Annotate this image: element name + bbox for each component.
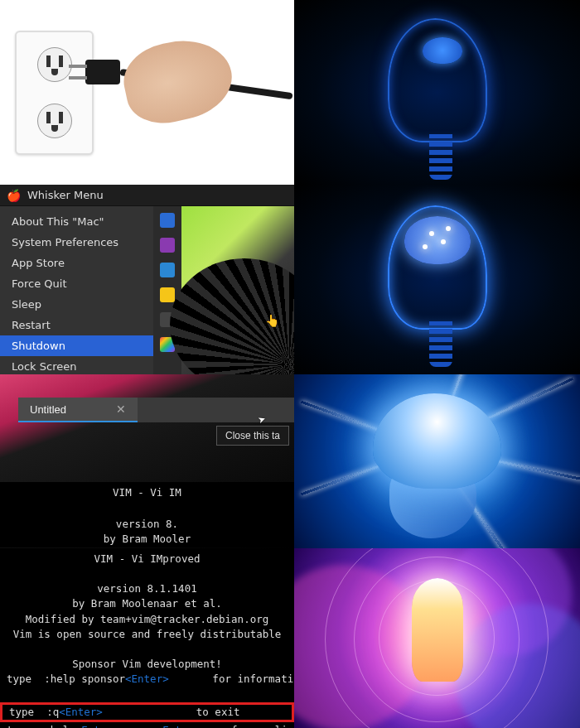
vim-sponsor: Sponsor Vim development! bbox=[0, 657, 294, 672]
dock-icon[interactable] bbox=[160, 263, 175, 277]
hand bbox=[118, 31, 239, 131]
enlightened-figure-icon bbox=[412, 578, 463, 682]
power-plug bbox=[85, 60, 120, 84]
dock-icon[interactable] bbox=[160, 287, 175, 302]
dock-icon[interactable] bbox=[160, 213, 175, 228]
panel-unplug bbox=[0, 0, 294, 185]
menu-item-shutdown[interactable]: Shutdown bbox=[0, 335, 153, 356]
menu-item-lockscreen[interactable]: Lock Screen bbox=[0, 356, 153, 374]
tab-title: Untitled bbox=[30, 403, 66, 416]
wall-outlet bbox=[15, 31, 94, 155]
menu-item-restart[interactable]: Restart bbox=[0, 315, 153, 335]
dock-icon[interactable] bbox=[160, 238, 175, 253]
menu-item-about[interactable]: About This "Mac" bbox=[0, 211, 153, 232]
vim-help-sponsor: type :help sponsor<Enter> for informatio… bbox=[0, 672, 294, 687]
brain-icon bbox=[404, 216, 471, 264]
tab-bar: Untitled ✕ bbox=[18, 398, 294, 422]
menu-list: About This "Mac" System Preferences App … bbox=[0, 206, 153, 374]
vim-modified: Modified by team+vim@tracker.debian.org bbox=[0, 612, 294, 627]
panel-whisker-menu: 🍎 Whisker Menu About This "Mac" System P… bbox=[0, 185, 294, 374]
apple-icon[interactable]: 🍎 bbox=[7, 189, 21, 202]
panel-brain-stage-4 bbox=[294, 548, 580, 728]
panel-brain-stage-3 bbox=[294, 374, 580, 548]
skull-outline bbox=[388, 18, 487, 142]
panel-brain-stage-1 bbox=[294, 0, 580, 185]
vim-author: by Bram Moolenaar et al. bbox=[0, 596, 294, 611]
glowing-brain-icon bbox=[373, 393, 501, 489]
whisker-menu-title[interactable]: Whisker Menu bbox=[27, 189, 104, 201]
vim-version: version 8.1.1401 bbox=[0, 581, 294, 596]
menu-item-sleep[interactable]: Sleep bbox=[0, 294, 153, 315]
menu-item-appstore[interactable]: App Store bbox=[0, 253, 153, 273]
panel-vim-quit: VIM - Vi IMproved version 8.1.1401 by Br… bbox=[0, 548, 294, 728]
menu-item-forcequit[interactable]: Force Quit bbox=[0, 273, 153, 294]
vim-quit-highlight: type :q<Enter> to exit bbox=[0, 702, 294, 722]
vim-help-online: type :help<Enter> or <Enter> for on-line… bbox=[0, 723, 294, 728]
vim-title: VIM - Vi IMproved bbox=[0, 552, 294, 566]
close-icon[interactable]: ✕ bbox=[116, 403, 126, 416]
tab-untitled[interactable]: Untitled ✕ bbox=[18, 398, 138, 422]
panel-vim-tab-close: Untitled ✕ ➤ Close this ta VIM - Vi IM v… bbox=[0, 374, 294, 548]
cursor-pointer-icon: 👆 bbox=[265, 314, 279, 374]
spine bbox=[429, 134, 452, 180]
spine bbox=[429, 321, 452, 367]
vim-splash-partial: VIM - Vi IM version 8. by Bram Mooler bbox=[0, 482, 294, 547]
vim-license: Vim is open source and freely distributa… bbox=[0, 627, 294, 642]
menubar[interactable]: 🍎 Whisker Menu bbox=[0, 185, 294, 206]
panel-brain-stage-2 bbox=[294, 185, 580, 374]
tooltip: Close this ta bbox=[216, 426, 289, 446]
menu-item-sysprefs[interactable]: System Preferences bbox=[0, 232, 153, 253]
brain-icon bbox=[423, 37, 462, 64]
